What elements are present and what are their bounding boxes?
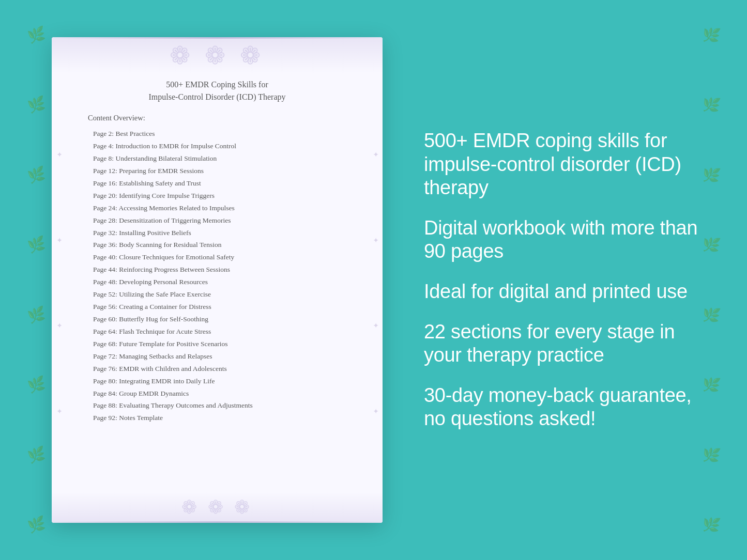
- toc-item: Page 92: Notes Template: [93, 412, 357, 424]
- toc-item: Page 72: Managing Setbacks and Relapses: [93, 350, 357, 363]
- leaf-icon: 🌿: [26, 516, 46, 534]
- toc-item: Page 88: Evaluating Therapy Outcomes and…: [93, 399, 357, 412]
- toc-item: Page 28: Desensitization of Triggering M…: [93, 214, 357, 226]
- side-pattern-icon: ✦: [371, 408, 380, 414]
- toc-item: Page 4: Introduction to EMDR for Impulse…: [93, 140, 357, 152]
- info-point: 30-day money-back guarantee, no question…: [424, 384, 716, 431]
- toc-item: Page 84: Group EMDR Dynamics: [93, 387, 357, 399]
- toc-item: Page 24: Accessing Memories Related to I…: [93, 202, 357, 214]
- doc-side-left-decoration: ✦ ✦ ✦ ✦: [52, 73, 66, 492]
- toc-item: Page 56: Creating a Container for Distre…: [93, 301, 357, 313]
- leaf-icon: 🌿: [26, 446, 46, 464]
- toc-item: Page 44: Reinforcing Progress Between Se…: [93, 263, 357, 276]
- toc-item: Page 40: Closure Techniques for Emotiona…: [93, 251, 357, 263]
- doc-bottom-border: ❁ ❁ ❁: [52, 492, 383, 523]
- doc-side-right-decoration: ✦ ✦ ✦ ✦: [368, 73, 383, 492]
- mandala-bottom-icon: ❁ ❁ ❁: [181, 496, 253, 518]
- info-panel: 500+ EMDR coping skills for impulse-cont…: [383, 108, 747, 452]
- toc-item: Page 2: Best Practices: [93, 128, 357, 140]
- side-pattern-icon: ✦: [55, 151, 64, 158]
- leaf-icon: 🌿: [26, 236, 46, 254]
- toc-item: Page 36: Body Scanning for Residual Tens…: [93, 239, 357, 251]
- leaf-icon: 🌿: [26, 376, 46, 394]
- content-overview-label: Content Overview:: [88, 114, 357, 122]
- doc-content: 500+ EMDR Coping Skills for Impulse-Cont…: [52, 73, 383, 492]
- toc-item: Page 16: Establishing Safety and Trust: [93, 177, 357, 190]
- leaf-icon: 🌿: [26, 166, 46, 184]
- toc-item: Page 80: Integrating EMDR into Daily Lif…: [93, 375, 357, 387]
- toc-item: Page 20: Identifying Core Impulse Trigge…: [93, 190, 357, 202]
- info-point: 22 sections for every stage in your ther…: [424, 320, 716, 367]
- doc-title: 500+ EMDR Coping Skills for Impulse-Cont…: [78, 79, 357, 103]
- toc-item: Page 64: Flash Technique for Acute Stres…: [93, 325, 357, 338]
- toc-item: Page 48: Developing Personal Resources: [93, 276, 357, 288]
- side-pattern-icon: ✦: [55, 322, 64, 329]
- toc-item: Page 8: Understanding Bilateral Stimulat…: [93, 152, 357, 165]
- side-pattern-icon: ✦: [371, 237, 380, 243]
- toc-item: Page 76: EMDR with Children and Adolesce…: [93, 363, 357, 375]
- side-pattern-icon: ✦: [55, 408, 64, 414]
- info-point: Ideal for digital and printed use: [424, 280, 716, 304]
- leaf-icon: 🌿: [700, 26, 721, 44]
- info-point: 500+ EMDR coping skills for impulse-cont…: [424, 129, 716, 200]
- toc-item: Page 12: Preparing for EMDR Sessions: [93, 165, 357, 177]
- leaf-icon: 🌿: [700, 516, 721, 534]
- doc-top-border: ❁ ❁ ❁: [52, 37, 383, 73]
- mandala-top-icon: ❁ ❁ ❁: [170, 41, 265, 70]
- side-pattern-icon: ✦: [371, 322, 380, 329]
- leaf-icon: 🌿: [26, 26, 46, 44]
- toc-item: Page 52: Utilizing the Safe Place Exerci…: [93, 288, 357, 301]
- toc-item: Page 60: Butterfly Hug for Self-Soothing: [93, 313, 357, 325]
- side-pattern-icon: ✦: [371, 151, 380, 158]
- side-pattern-icon: ✦: [55, 237, 64, 243]
- toc-item: Page 68: Future Template for Positive Sc…: [93, 338, 357, 350]
- table-of-contents: Page 2: Best PracticesPage 4: Introducti…: [93, 128, 357, 424]
- doc-title-line1: 500+ EMDR Coping Skills for: [166, 80, 268, 89]
- info-point: Digital workbook with more than 90 pages: [424, 216, 716, 263]
- toc-item: Page 32: Installing Positive Beliefs: [93, 226, 357, 239]
- doc-title-line2: Impulse-Control Disorder (ICD) Therapy: [149, 92, 286, 101]
- leaf-icon: 🌿: [26, 306, 46, 324]
- leaf-icon: 🌿: [26, 96, 46, 114]
- document: ❁ ❁ ❁ ✦ ✦ ✦ ✦ ✦ ✦ ✦ ✦ 500+ EMDR Coping S…: [52, 37, 383, 523]
